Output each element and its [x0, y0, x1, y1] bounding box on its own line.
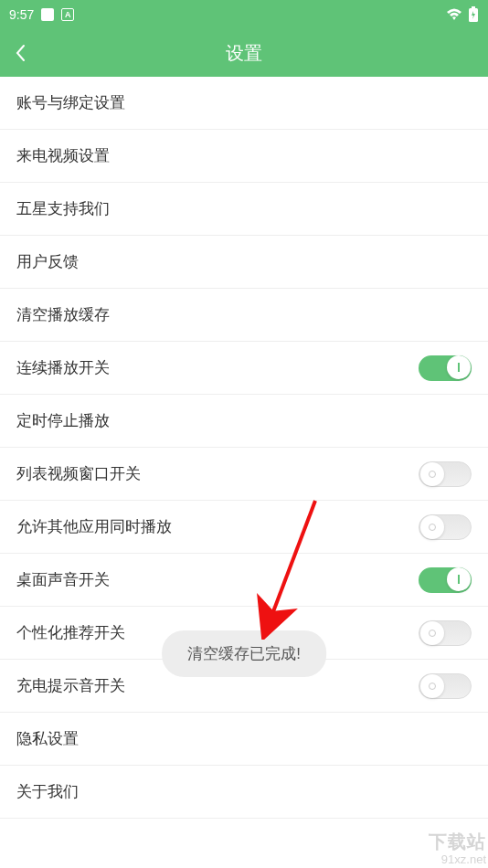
toggle-knob — [420, 462, 444, 486]
status-left: 9:57 A — [9, 7, 74, 22]
row-label: 五星支持我们 — [16, 198, 472, 219]
toggle-continuous-play[interactable] — [419, 355, 472, 381]
row-about[interactable]: 关于我们 — [0, 766, 488, 819]
toggle-knob — [447, 355, 471, 379]
toggle-knob — [420, 621, 444, 645]
toggle-allow-other-apps[interactable] — [419, 514, 472, 540]
toggle-knob — [420, 515, 444, 539]
page-title: 设置 — [0, 41, 488, 66]
row-timer-stop[interactable]: 定时停止播放 — [0, 395, 488, 448]
status-square-icon — [41, 8, 54, 21]
toggle-charging-sound[interactable] — [419, 673, 472, 699]
status-time: 9:57 — [9, 7, 34, 22]
row-label: 允许其他应用同时播放 — [16, 516, 419, 537]
watermark-bottom: 91xz.net — [429, 852, 486, 866]
row-label: 列表视频窗口开关 — [16, 463, 419, 484]
row-label: 隐私设置 — [16, 728, 472, 749]
toggle-knob — [420, 674, 444, 698]
status-a-icon: A — [61, 8, 74, 21]
row-account-binding[interactable]: 账号与绑定设置 — [0, 77, 488, 130]
chevron-left-icon — [15, 44, 26, 62]
row-desktop-sound: 桌面声音开关 — [0, 554, 488, 607]
row-label: 账号与绑定设置 — [16, 92, 472, 113]
toast-message: 清空缓存已完成! — [162, 630, 326, 677]
row-label: 定时停止播放 — [16, 410, 472, 431]
toggle-knob — [447, 567, 471, 591]
toggle-list-video-window[interactable] — [419, 461, 472, 487]
row-list-video-window: 列表视频窗口开关 — [0, 448, 488, 501]
svg-rect-1 — [472, 6, 475, 8]
app-header: 设置 — [0, 29, 488, 77]
row-label: 连续播放开关 — [16, 357, 419, 378]
toggle-personalized-rec[interactable] — [419, 620, 472, 646]
status-bar: 9:57 A — [0, 0, 488, 29]
row-clear-cache[interactable]: 清空播放缓存 — [0, 289, 488, 342]
row-incoming-video[interactable]: 来电视频设置 — [0, 130, 488, 183]
row-label: 充电提示音开关 — [16, 675, 419, 696]
watermark-top: 下载站 — [429, 830, 486, 854]
row-feedback[interactable]: 用户反馈 — [0, 236, 488, 289]
battery-icon — [468, 6, 479, 23]
settings-list: 账号与绑定设置 来电视频设置 五星支持我们 用户反馈 清空播放缓存 连续播放开关… — [0, 77, 488, 819]
row-label: 桌面声音开关 — [16, 569, 419, 590]
row-rate-us[interactable]: 五星支持我们 — [0, 183, 488, 236]
row-label: 用户反馈 — [16, 251, 472, 272]
row-label: 清空播放缓存 — [16, 304, 472, 325]
back-button[interactable] — [15, 44, 42, 62]
row-allow-other-apps: 允许其他应用同时播放 — [0, 501, 488, 554]
row-label: 关于我们 — [16, 781, 472, 802]
status-right — [446, 6, 479, 23]
watermark: 下载站 91xz.net — [429, 830, 486, 866]
row-continuous-play: 连续播放开关 — [0, 342, 488, 395]
toggle-desktop-sound[interactable] — [419, 567, 472, 593]
row-label: 来电视频设置 — [16, 145, 472, 166]
wifi-icon — [446, 8, 462, 21]
row-privacy[interactable]: 隐私设置 — [0, 713, 488, 766]
